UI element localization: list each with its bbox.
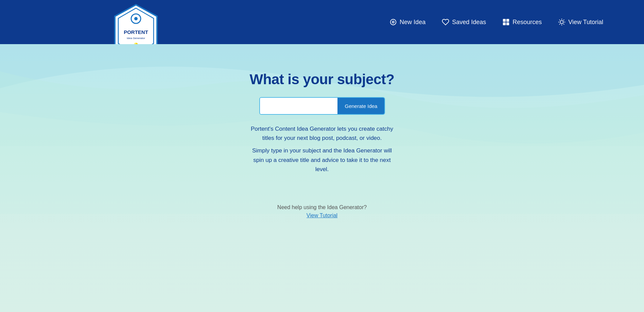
main-content: What is your subject? Generate Idea Port…	[0, 44, 644, 219]
svg-point-7	[390, 19, 396, 25]
tutorial-icon	[558, 18, 565, 26]
help-text: Need help using the Idea Generator?	[277, 204, 367, 210]
svg-line-18	[559, 20, 560, 20]
main-nav: New Idea Saved Ideas Resources	[389, 18, 603, 26]
svg-line-21	[559, 24, 560, 24]
search-form: Generate Idea	[259, 97, 385, 115]
nav-resources[interactable]: Resources	[502, 18, 542, 26]
tutorial-link[interactable]: View Tutorial	[307, 213, 337, 218]
hero-area: What is your subject? Generate Idea Port…	[0, 44, 644, 312]
svg-rect-11	[503, 22, 506, 25]
svg-line-20	[563, 20, 564, 20]
heart-icon	[442, 18, 449, 26]
svg-rect-9	[503, 19, 506, 22]
svg-text:Idea Generator: Idea Generator	[127, 37, 145, 40]
generate-button[interactable]: Generate Idea	[337, 98, 385, 114]
svg-rect-10	[506, 19, 509, 22]
svg-line-19	[563, 24, 564, 24]
description-1: Portent's Content Idea Generator lets yo…	[251, 124, 394, 143]
page-headline: What is your subject?	[250, 71, 395, 88]
svg-rect-12	[506, 22, 509, 25]
help-section: Need help using the Idea Generator? View…	[277, 204, 367, 219]
description-2: Simply type in your subject and the Idea…	[251, 146, 394, 174]
svg-point-13	[560, 20, 563, 23]
resources-icon	[502, 18, 510, 26]
svg-point-8	[392, 21, 394, 23]
svg-text:PORTENT: PORTENT	[124, 29, 148, 35]
nav-new-idea[interactable]: New Idea	[389, 18, 425, 26]
new-idea-icon	[389, 18, 397, 26]
svg-point-3	[134, 17, 138, 20]
nav-saved-ideas[interactable]: Saved Ideas	[442, 18, 486, 26]
nav-view-tutorial[interactable]: View Tutorial	[558, 18, 603, 26]
subject-input[interactable]	[260, 98, 337, 114]
site-header: PORTENT Idea Generator 💡 New Idea Saved …	[0, 0, 644, 44]
